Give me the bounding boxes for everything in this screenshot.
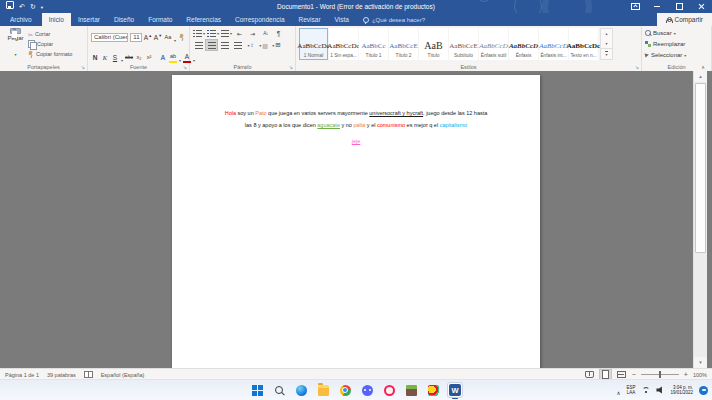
increase-indent-button[interactable] [247, 28, 258, 38]
zoom-out-button[interactable] [632, 371, 636, 378]
proofing-icon[interactable] [84, 371, 93, 378]
scroll-down-icon[interactable] [694, 357, 707, 368]
close-button[interactable] [690, 0, 712, 13]
style-1-normal[interactable]: AaBbCcDc1 Normal [299, 28, 328, 60]
strikethrough-button[interactable]: abc [125, 53, 133, 62]
word-taskbar-button[interactable]: W [447, 382, 463, 398]
save-button[interactable] [6, 0, 14, 13]
restore-button[interactable] [668, 0, 690, 13]
superscript-button[interactable]: x² [145, 53, 153, 62]
tab-referencias[interactable]: Referencias [179, 13, 228, 26]
tab-formato[interactable]: Formato [141, 13, 179, 26]
share-button[interactable]: Compartir [657, 13, 712, 26]
copy-button[interactable]: Copiar [28, 40, 72, 49]
volume-icon[interactable] [656, 386, 664, 394]
font-size-select[interactable]: 11 [130, 33, 142, 42]
change-case-button[interactable]: Aa [164, 33, 172, 42]
file-explorer-taskbar-button[interactable] [315, 382, 331, 398]
highlight-button[interactable]: ab [169, 52, 177, 63]
tab-revisar[interactable]: Revisar [292, 13, 328, 26]
wifi-icon[interactable] [641, 387, 650, 394]
tell-me-box[interactable]: ¿Qué desea hacer? [356, 13, 432, 26]
borders-button[interactable] [271, 40, 282, 50]
read-mode-button[interactable] [584, 370, 595, 380]
multilevel-list-button[interactable] [221, 28, 232, 38]
word-count[interactable]: 39 palabras [47, 372, 76, 378]
italic-button[interactable]: K [101, 53, 109, 62]
justify-button[interactable] [232, 40, 243, 50]
paragraph-dialog-launcher[interactable] [289, 64, 293, 70]
redo-button[interactable] [30, 0, 36, 13]
font-dialog-launcher[interactable] [183, 64, 187, 70]
paragraph-2[interactable]: jeje [222, 135, 490, 147]
clipboard-dialog-launcher[interactable] [81, 64, 85, 70]
tab-archivo[interactable]: Archivo [0, 13, 42, 26]
style-titulo-1[interactable]: AaBbCcTítulo 1 [359, 28, 388, 60]
web-layout-button[interactable] [616, 370, 627, 380]
pixel-game-taskbar-button[interactable] [425, 382, 441, 398]
style-enfasis-int[interactable]: AaBbCcDÉnfasis int... [539, 28, 568, 60]
zoom-slider-thumb[interactable] [659, 371, 661, 378]
discord-taskbar-button[interactable] [359, 382, 375, 398]
tab-insertar[interactable]: Insertar [71, 13, 107, 26]
chrome-taskbar-button[interactable] [337, 382, 353, 398]
sort-button[interactable] [260, 28, 271, 38]
grow-font-button[interactable]: A▲ [144, 33, 152, 42]
style-titulo[interactable]: AaBTítulo [419, 28, 448, 60]
decrease-indent-button[interactable] [234, 28, 245, 38]
replace-button[interactable]: Reemplazar [645, 39, 708, 49]
minecraft-taskbar-button[interactable] [403, 382, 419, 398]
document-page[interactable]: Hola soy un Pato que juega en varios ser… [172, 75, 540, 368]
language-switcher[interactable]: ESP LAA [626, 385, 635, 395]
tab-vista[interactable]: Vista [328, 13, 356, 26]
tray-expand-icon[interactable] [616, 381, 620, 399]
clear-formatting-button[interactable] [178, 33, 186, 42]
paragraph-1[interactable]: Hola soy un Pato que juega en varios ser… [222, 107, 490, 131]
search-taskbar-button[interactable] [271, 382, 287, 398]
style-texto-en-n[interactable]: AaBbCcDcTexto en n... [569, 28, 598, 60]
align-center-button[interactable] [206, 40, 217, 50]
font-family-select[interactable]: Calibri (Cuerpo [91, 33, 128, 42]
styles-scroll-up-button[interactable] [601, 29, 612, 39]
minimize-button[interactable] [646, 0, 668, 13]
subscript-button[interactable]: x₂ [135, 53, 143, 62]
style-1-sin-espa[interactable]: AaBbCcDc1 Sin espa... [329, 28, 358, 60]
show-paragraph-marks-button[interactable] [273, 28, 284, 38]
bullet-list-button[interactable] [193, 28, 205, 38]
find-button[interactable]: Buscar [645, 28, 708, 38]
zoom-slider[interactable] [641, 374, 679, 375]
paste-button[interactable]: Pegar [3, 28, 28, 60]
notification-center-icon[interactable] [699, 386, 708, 395]
styles-more-button[interactable] [601, 48, 612, 59]
opera-gx-taskbar-button[interactable] [381, 382, 397, 398]
format-painter-button[interactable]: Copiar formato [28, 50, 72, 59]
zoom-in-button[interactable] [684, 371, 688, 378]
line-spacing-button[interactable] [245, 40, 256, 50]
print-layout-button[interactable] [600, 370, 611, 380]
tab-correspondencia[interactable]: Correspondencia [228, 13, 292, 26]
underline-button[interactable]: S [111, 53, 119, 62]
edge-taskbar-button[interactable] [293, 382, 309, 398]
styles-dialog-launcher[interactable] [635, 64, 639, 70]
bold-button[interactable]: N [91, 53, 99, 62]
style-titulo-2[interactable]: AaBbCcETítulo 2 [389, 28, 418, 60]
undo-button[interactable] [19, 0, 25, 13]
shading-button[interactable] [258, 40, 269, 50]
windows-taskbar-button[interactable] [249, 382, 265, 398]
scroll-up-icon[interactable] [694, 71, 707, 82]
tab-inicio[interactable]: Inicio [42, 13, 71, 26]
zoom-level[interactable]: 100% [693, 372, 707, 378]
ribbon-display-options-button[interactable] [624, 0, 646, 13]
shrink-font-button[interactable]: A▼ [154, 33, 162, 42]
collapse-ribbon-button[interactable] [701, 64, 705, 70]
numbered-list-button[interactable] [207, 28, 219, 38]
tab-diseno[interactable]: Diseño [107, 13, 141, 26]
style-subtitulo[interactable]: AaBbCcESubtítulo [449, 28, 478, 60]
text-effects-button[interactable]: A [159, 53, 167, 62]
cut-button[interactable]: Cortar [28, 30, 72, 39]
style-enfasis[interactable]: AaBbCcDÉnfasis [509, 28, 538, 60]
clock[interactable]: 3:04 p. m. 19/01/2022 [670, 385, 693, 396]
align-left-button[interactable] [193, 40, 204, 50]
styles-scroll-down-button[interactable] [601, 39, 612, 49]
vertical-scrollbar[interactable] [693, 71, 707, 368]
